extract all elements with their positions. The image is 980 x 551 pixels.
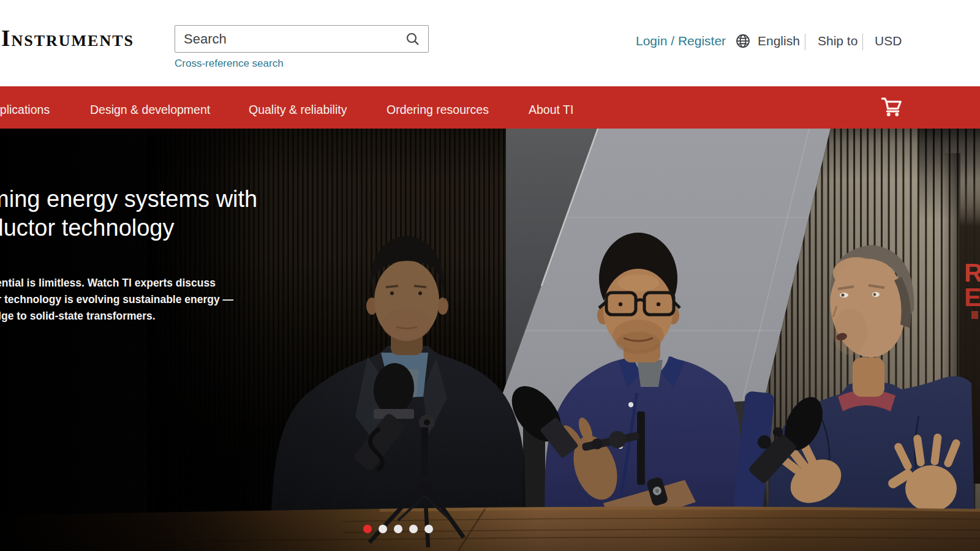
svg-text:EN: EN (964, 283, 980, 312)
